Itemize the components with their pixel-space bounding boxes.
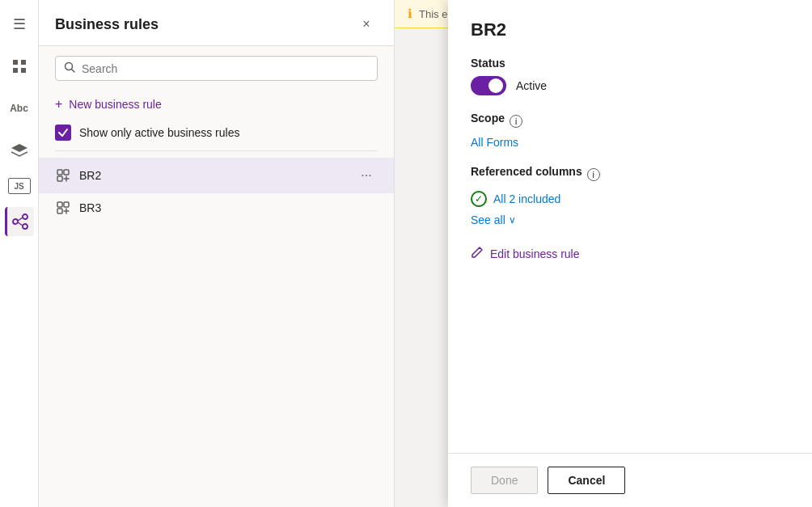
text-icon[interactable]: Abc [5, 94, 34, 123]
panel-title: Business rules [55, 16, 159, 33]
svg-rect-1 [21, 60, 26, 65]
svg-point-5 [23, 214, 27, 219]
new-rule-label: New business rule [69, 98, 161, 111]
svg-line-8 [18, 222, 23, 226]
detail-title: BR2 [471, 19, 789, 40]
svg-line-7 [18, 218, 23, 221]
active-rules-filter-label: Show only active business rules [79, 126, 239, 139]
rule-item-br2[interactable]: BR2 ··· [39, 158, 394, 193]
rule-item-left: BR2 [55, 167, 101, 184]
active-rules-checkbox[interactable] [55, 125, 71, 141]
svg-point-4 [13, 219, 18, 224]
svg-rect-18 [57, 209, 62, 213]
panel-header: Business rules × [39, 0, 394, 46]
rule-name-br2: BR2 [79, 169, 101, 182]
new-business-rule-button[interactable]: + New business rule [39, 91, 394, 118]
cancel-button[interactable]: Cancel [548, 467, 625, 494]
search-icon [64, 61, 75, 75]
edit-icon [471, 246, 484, 262]
search-container [39, 46, 394, 91]
plus-icon: + [55, 97, 62, 112]
ref-included-row: ✓ All 2 included [471, 191, 789, 207]
detail-footer: Done Cancel [448, 453, 812, 507]
svg-rect-11 [57, 170, 62, 175]
status-label: Status [471, 57, 789, 70]
main-area: ℹ This environment is associated with [P… [395, 0, 812, 507]
svg-rect-2 [13, 68, 18, 73]
svg-rect-12 [64, 170, 69, 175]
chevron-down-icon: ∨ [509, 214, 516, 226]
scope-value: All Forms [471, 136, 789, 149]
scope-info-icon[interactable]: i [510, 115, 522, 128]
svg-rect-3 [21, 68, 26, 73]
diagram-icon[interactable] [5, 207, 34, 236]
rule-item-br3[interactable]: BR3 [39, 193, 394, 222]
layers-icon[interactable] [5, 136, 34, 165]
svg-point-6 [23, 224, 27, 229]
ref-columns-info-icon[interactable]: i [587, 168, 600, 181]
ref-included-text: All 2 included [493, 192, 560, 205]
rule-item-left-br3: BR3 [55, 200, 101, 216]
see-all-button[interactable]: See all ∨ [471, 213, 789, 226]
svg-rect-13 [57, 176, 62, 181]
rule-icon [55, 167, 71, 184]
status-row: Active [471, 76, 789, 95]
search-box [55, 56, 378, 81]
business-rules-panel: Business rules × + New business rule Sho… [39, 0, 395, 507]
javascript-icon[interactable]: JS [8, 178, 31, 194]
svg-rect-0 [13, 60, 18, 65]
detail-content: BR2 Status Active Scope i All Forms Refe… [448, 0, 812, 453]
rule-name-br3: BR3 [79, 201, 101, 214]
info-banner-icon: ℹ [408, 6, 412, 21]
active-rules-filter[interactable]: Show only active business rules [39, 118, 394, 150]
scope-label: Scope [471, 112, 505, 125]
sidebar: ☰ Abc JS [0, 0, 39, 507]
hamburger-menu-icon[interactable]: ☰ [5, 10, 34, 39]
detail-panel: BR2 Status Active Scope i All Forms Refe… [448, 0, 812, 507]
scope-row: Scope i [471, 112, 789, 131]
svg-line-10 [72, 70, 75, 73]
ref-header-row: Referenced columns i [471, 165, 789, 184]
rule-more-button-br2[interactable]: ··· [355, 164, 378, 187]
svg-rect-16 [57, 202, 62, 207]
edit-rule-label: Edit business rule [490, 247, 580, 260]
rule-icon-br3 [55, 200, 71, 216]
referenced-columns-section: Referenced columns i ✓ All 2 included Se… [471, 165, 789, 226]
grid-icon[interactable] [5, 52, 34, 81]
status-toggle[interactable] [471, 76, 506, 95]
rules-list: BR2 ··· BR3 [39, 151, 394, 229]
done-button: Done [471, 467, 538, 494]
status-value: Active [516, 79, 547, 92]
edit-business-rule-button[interactable]: Edit business rule [471, 246, 789, 262]
check-circle-icon: ✓ [471, 191, 487, 207]
ref-columns-label: Referenced columns [471, 165, 582, 178]
see-all-label: See all [471, 213, 505, 226]
toggle-thumb [488, 78, 503, 93]
close-button[interactable]: × [355, 13, 378, 36]
svg-rect-17 [64, 202, 69, 207]
search-input[interactable] [82, 62, 369, 75]
